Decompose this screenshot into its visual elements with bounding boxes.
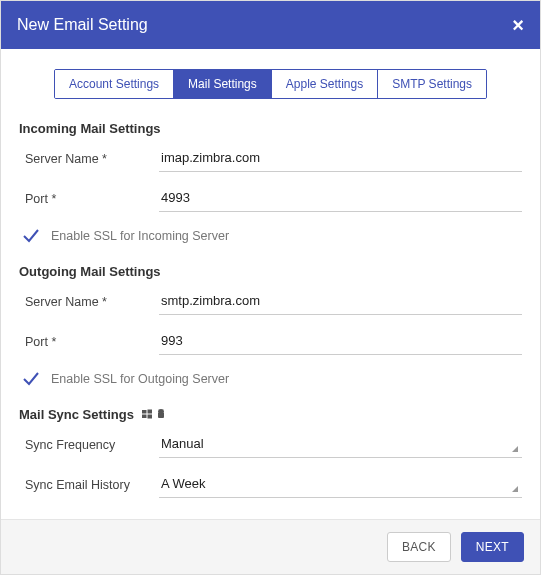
outgoing-ssl-toggle[interactable]: Enable SSL for Outgoing Server bbox=[19, 369, 522, 389]
outgoing-port-label: Port * bbox=[19, 335, 159, 349]
incoming-server-label: Server Name * bbox=[19, 152, 159, 166]
mailsync-title-text: Mail Sync Settings bbox=[19, 407, 134, 422]
sync-frequency-label: Sync Frequency bbox=[19, 438, 159, 452]
svg-rect-4 bbox=[158, 412, 164, 418]
outgoing-server-input[interactable] bbox=[159, 289, 522, 315]
chevron-down-icon bbox=[512, 446, 518, 452]
close-icon[interactable]: × bbox=[512, 15, 524, 35]
tab-smtp-settings[interactable]: SMTP Settings bbox=[378, 70, 486, 98]
tab-account-settings[interactable]: Account Settings bbox=[55, 70, 174, 98]
svg-rect-1 bbox=[147, 409, 152, 413]
svg-rect-3 bbox=[147, 414, 152, 418]
sync-history-label: Sync Email History bbox=[19, 478, 159, 492]
sync-frequency-row: Sync Frequency Manual bbox=[19, 432, 522, 458]
incoming-port-label: Port * bbox=[19, 192, 159, 206]
windows-icon bbox=[142, 409, 152, 421]
android-icon bbox=[156, 409, 166, 421]
os-icons bbox=[142, 409, 166, 421]
incoming-port-field-wrap bbox=[159, 186, 522, 212]
outgoing-server-row: Server Name * bbox=[19, 289, 522, 315]
checkmark-icon bbox=[21, 226, 41, 246]
outgoing-ssl-label: Enable SSL for Outgoing Server bbox=[51, 372, 229, 386]
tabs: Account Settings Mail Settings Apple Set… bbox=[54, 69, 487, 99]
sync-frequency-select[interactable]: Manual bbox=[159, 432, 522, 458]
incoming-port-input[interactable] bbox=[159, 186, 522, 212]
tab-mail-settings[interactable]: Mail Settings bbox=[174, 70, 272, 98]
sync-history-value: A Week bbox=[159, 472, 522, 498]
dialog-content: Incoming Mail Settings Server Name * Por… bbox=[1, 109, 540, 519]
outgoing-section-title: Outgoing Mail Settings bbox=[19, 264, 522, 279]
dialog-header: New Email Setting × bbox=[1, 1, 540, 49]
outgoing-port-input[interactable] bbox=[159, 329, 522, 355]
mailsync-section-title: Mail Sync Settings bbox=[19, 407, 522, 422]
outgoing-port-field-wrap bbox=[159, 329, 522, 355]
sync-frequency-value: Manual bbox=[159, 432, 522, 458]
incoming-server-field-wrap bbox=[159, 146, 522, 172]
incoming-port-row: Port * bbox=[19, 186, 522, 212]
dialog-footer: BACK NEXT bbox=[1, 519, 540, 574]
outgoing-server-label: Server Name * bbox=[19, 295, 159, 309]
chevron-down-icon bbox=[512, 486, 518, 492]
back-button[interactable]: BACK bbox=[387, 532, 451, 562]
svg-rect-2 bbox=[142, 414, 147, 418]
next-button[interactable]: NEXT bbox=[461, 532, 524, 562]
incoming-ssl-toggle[interactable]: Enable SSL for Incoming Server bbox=[19, 226, 522, 246]
outgoing-server-field-wrap bbox=[159, 289, 522, 315]
sync-history-select[interactable]: A Week bbox=[159, 472, 522, 498]
incoming-server-row: Server Name * bbox=[19, 146, 522, 172]
sync-history-row: Sync Email History A Week bbox=[19, 472, 522, 498]
incoming-server-input[interactable] bbox=[159, 146, 522, 172]
incoming-ssl-label: Enable SSL for Incoming Server bbox=[51, 229, 229, 243]
checkmark-icon bbox=[21, 369, 41, 389]
tab-apple-settings[interactable]: Apple Settings bbox=[272, 70, 378, 98]
tabs-container: Account Settings Mail Settings Apple Set… bbox=[1, 49, 540, 109]
svg-rect-0 bbox=[142, 410, 147, 414]
dialog-title: New Email Setting bbox=[17, 16, 148, 34]
outgoing-port-row: Port * bbox=[19, 329, 522, 355]
incoming-section-title: Incoming Mail Settings bbox=[19, 121, 522, 136]
